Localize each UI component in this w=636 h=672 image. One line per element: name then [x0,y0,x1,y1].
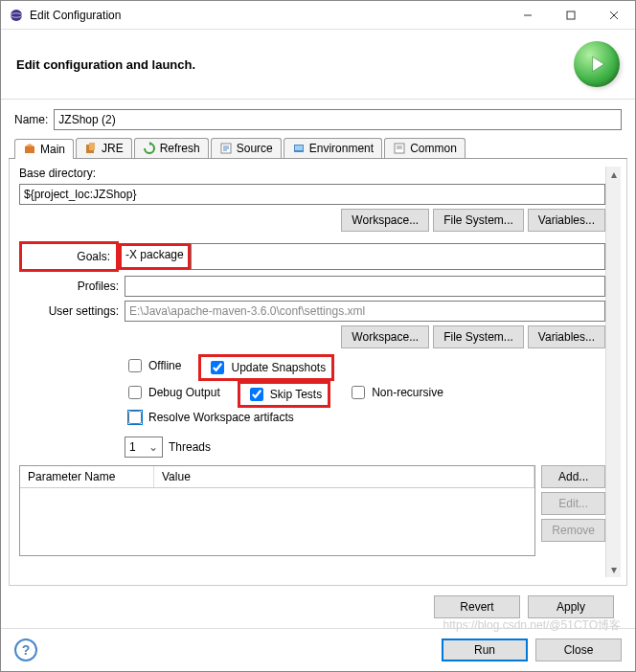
minimize-button[interactable] [506,1,549,29]
goals-input[interactable] [191,243,605,270]
user-settings-label: User settings: [19,304,125,318]
remove-button[interactable]: Remove [541,519,605,542]
scrollbar[interactable]: ▴ ▾ [605,167,621,577]
table-body [20,488,534,555]
help-button[interactable]: ? [14,638,37,661]
filesystem-button[interactable]: File System... [433,209,524,232]
tab-source[interactable]: Source [211,138,282,158]
tab-bar: Main JRE Refresh Source Environment Comm… [9,138,627,159]
tab-refresh[interactable]: Refresh [134,138,209,158]
tab-common[interactable]: Common [384,138,466,158]
threads-label: Threads [169,440,211,454]
tab-main[interactable]: Main [14,139,74,159]
svg-marker-8 [25,144,34,146]
offline-checkbox[interactable]: Offline [125,354,181,377]
workspace-button[interactable]: Workspace... [341,209,429,232]
banner: Edit configuration and launch. [1,30,635,100]
user-settings-input[interactable] [125,301,605,322]
goals-value: -X package [125,248,184,261]
svg-rect-3 [567,11,575,19]
dialog-window: Edit Configuration Edit configuration an… [0,0,636,672]
profiles-input[interactable] [125,276,605,297]
variables-button[interactable]: Variables... [528,209,605,232]
close-dialog-button[interactable]: Close [535,638,622,661]
eclipse-icon [9,8,24,23]
maven-icon [23,143,36,156]
name-label: Name: [14,113,48,126]
add-button[interactable]: Add... [541,465,605,488]
apply-button[interactable]: Apply [528,595,614,618]
non-recursive-checkbox[interactable]: Non-recursive [348,381,443,404]
banner-text: Edit configuration and launch. [16,57,574,72]
revert-button[interactable]: Revert [434,595,520,618]
svg-rect-10 [89,143,95,150]
scroll-up-icon[interactable]: ▴ [606,167,621,182]
environment-icon [292,142,306,155]
svg-point-0 [11,10,22,21]
svg-rect-7 [25,146,34,153]
tab-jre[interactable]: JRE [76,138,132,158]
name-input[interactable] [54,109,622,130]
profiles-label: Profiles: [19,280,125,293]
update-snapshots-checkbox[interactable]: Update Snapshots [207,358,326,377]
scroll-down-icon[interactable]: ▾ [606,562,621,577]
titlebar: Edit Configuration [1,1,635,30]
skip-tests-checkbox[interactable]: Skip Tests [246,385,322,404]
debug-output-checkbox[interactable]: Debug Output [125,381,220,404]
run-icon [574,41,620,87]
base-dir-label: Base directory: [19,167,605,180]
goals-label: Goals: [19,241,119,272]
run-button[interactable]: Run [442,638,528,661]
refresh-icon [143,142,156,155]
maximize-button[interactable] [549,1,592,29]
tab-environment[interactable]: Environment [284,138,382,158]
filesystem-button-2[interactable]: File System... [433,325,524,348]
parameters-table[interactable]: Parameter Name Value [19,465,535,556]
close-button[interactable] [592,1,635,29]
column-value[interactable]: Value [154,466,534,487]
resolve-workspace-checkbox[interactable]: Resolve Workspace artifacts [125,408,294,427]
common-icon [393,142,406,155]
window-title: Edit Configuration [30,9,506,22]
svg-rect-17 [295,146,303,150]
variables-button-2[interactable]: Variables... [528,325,605,348]
svg-marker-6 [593,56,604,71]
chevron-down-icon: ⌄ [148,440,158,454]
tab-content-main: Base directory: Workspace... File System… [9,159,627,586]
jre-icon [84,142,98,155]
threads-spinner[interactable]: 1⌄ [125,437,163,458]
source-icon [219,142,233,155]
edit-button[interactable]: Edit... [541,492,605,515]
workspace-button-2[interactable]: Workspace... [341,325,429,348]
column-parameter-name[interactable]: Parameter Name [20,466,154,487]
base-dir-input[interactable] [19,184,605,205]
